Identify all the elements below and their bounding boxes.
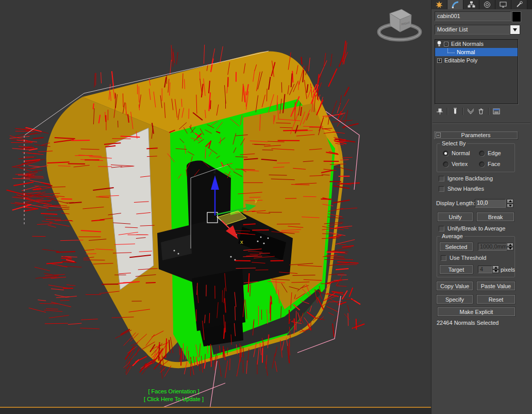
radio-face[interactable]: Face bbox=[479, 161, 500, 167]
viewport-3d[interactable]: z y x RIGHT [ Faces Orientation ] [ Clic… bbox=[0, 0, 431, 407]
create-icon bbox=[436, 1, 443, 8]
axis-label-y: y bbox=[255, 197, 258, 203]
stack-item-label: Normal bbox=[457, 49, 475, 55]
display-length-input[interactable]: 10,0 bbox=[475, 199, 506, 208]
show-handles-checkbox[interactable]: Show Handles bbox=[439, 186, 484, 192]
stack-item-edit-normals[interactable]: − Edit Normals bbox=[435, 40, 518, 48]
collapse-icon[interactable]: − bbox=[444, 42, 448, 46]
checkbox-icon[interactable] bbox=[439, 186, 444, 192]
faces-orientation-label: [ Faces Orientation ] bbox=[120, 388, 228, 395]
checkbox-icon[interactable] bbox=[441, 255, 446, 261]
target-pixels-input[interactable]: 4 bbox=[478, 266, 492, 273]
spinner-down-icon[interactable] bbox=[492, 270, 499, 274]
tree-line bbox=[447, 48, 455, 53]
stack-item-label: Edit Normals bbox=[451, 41, 484, 47]
display-icon bbox=[500, 1, 507, 8]
target-button[interactable]: Target bbox=[440, 265, 473, 274]
radio-icon[interactable] bbox=[443, 151, 448, 156]
test-tube-icon bbox=[451, 107, 459, 115]
target-pixels-spinner[interactable] bbox=[492, 266, 499, 273]
rollout-title: Parameters bbox=[461, 132, 491, 138]
checkbox-icon[interactable] bbox=[439, 226, 444, 231]
display-length-label: Display Length: bbox=[436, 200, 475, 206]
stack-item-label: Editable Poly bbox=[444, 57, 477, 63]
spinner-down-icon[interactable] bbox=[507, 204, 513, 208]
selected-button[interactable]: Selected bbox=[440, 242, 473, 251]
modify-icon bbox=[452, 1, 459, 8]
configure-modifier-sets-button[interactable] bbox=[491, 107, 502, 116]
tab-hierarchy[interactable] bbox=[463, 0, 479, 9]
hierarchy-icon bbox=[468, 1, 475, 8]
modifier-list-dropdown[interactable]: Modifier List bbox=[435, 25, 510, 35]
tab-create[interactable] bbox=[431, 0, 447, 9]
object-color-swatch[interactable] bbox=[512, 11, 521, 22]
rollout-collapse-icon[interactable]: − bbox=[436, 133, 441, 138]
tab-display[interactable] bbox=[495, 0, 511, 9]
spinner-up-icon[interactable] bbox=[507, 199, 513, 204]
checkbox-icon[interactable] bbox=[439, 176, 444, 181]
modifier-stack[interactable]: − Edit Normals Normal + Editable Poly bbox=[435, 39, 518, 104]
radio-icon[interactable] bbox=[479, 161, 485, 167]
radio-vertex[interactable]: Vertex bbox=[443, 161, 468, 167]
make-unique-icon bbox=[466, 107, 475, 115]
stack-item-editable-poly[interactable]: + Editable Poly bbox=[435, 56, 518, 64]
spinner-down-icon[interactable] bbox=[507, 247, 513, 251]
make-unique-button[interactable] bbox=[466, 107, 476, 116]
panel-divider bbox=[433, 123, 530, 124]
select-by-group: Select By bbox=[437, 143, 515, 172]
3dsmax-window: z y x RIGHT [ Faces Orientation ] [ Clic… bbox=[0, 0, 532, 414]
make-explicit-button[interactable]: Make Explicit bbox=[438, 307, 515, 316]
stack-item-normal-selected[interactable]: Normal bbox=[435, 48, 518, 56]
ignore-backfacing-checkbox[interactable]: Ignore Backfacing bbox=[439, 175, 493, 181]
reset-button[interactable]: Reset bbox=[477, 295, 515, 304]
window-bottom-strip bbox=[0, 408, 431, 414]
threshold-input: 1000,0mm bbox=[478, 243, 507, 251]
specify-button[interactable]: Specify bbox=[437, 295, 473, 304]
parameters-rollout-header[interactable]: − Parameters bbox=[434, 131, 518, 139]
pixels-label: pixels bbox=[501, 267, 515, 273]
modifier-list-drop-button[interactable] bbox=[510, 25, 520, 35]
configure-sets-icon bbox=[492, 107, 501, 115]
copy-value-button[interactable]: Copy Value bbox=[437, 281, 473, 290]
tab-motion[interactable] bbox=[479, 0, 495, 9]
normals-selected-status: 22464 Normals Selected bbox=[437, 320, 498, 326]
threshold-spinner[interactable] bbox=[507, 243, 513, 251]
radio-normal[interactable]: Normal bbox=[443, 150, 470, 156]
tab-utilities[interactable] bbox=[511, 0, 527, 9]
average-label: Average bbox=[440, 233, 464, 239]
command-panel-tabs bbox=[431, 0, 532, 9]
radio-icon[interactable] bbox=[443, 161, 448, 167]
select-by-label: Select By bbox=[440, 140, 467, 146]
unify-button[interactable]: Unify bbox=[438, 212, 473, 221]
unify-break-average-checkbox[interactable]: Unify/Break to Average bbox=[439, 225, 505, 231]
motion-icon bbox=[484, 1, 491, 8]
axis-label-z: z bbox=[213, 168, 217, 174]
utilities-icon bbox=[516, 1, 523, 8]
spinner-up-icon[interactable] bbox=[492, 266, 499, 270]
spinner-up-icon[interactable] bbox=[507, 243, 513, 247]
stack-toolbar bbox=[435, 106, 529, 117]
command-panel: cabin001 Modifier List − Edit Normals No… bbox=[431, 0, 532, 414]
paste-value-button[interactable]: Paste Value bbox=[477, 281, 515, 290]
object-name-input[interactable]: cabin001 bbox=[435, 11, 511, 21]
scene-canvas[interactable]: z y x RIGHT bbox=[0, 0, 431, 407]
expand-icon[interactable]: + bbox=[437, 58, 442, 63]
pin-icon bbox=[436, 107, 444, 115]
click-to-update-link[interactable]: [ Click Here To Update ] bbox=[120, 395, 228, 403]
show-end-result-button[interactable] bbox=[450, 107, 460, 116]
cabin-left-wall[interactable] bbox=[46, 97, 179, 360]
pin-stack-button[interactable] bbox=[435, 107, 445, 116]
radio-edge[interactable]: Edge bbox=[479, 150, 501, 156]
trash-icon bbox=[477, 107, 485, 115]
lightbulb-icon[interactable] bbox=[437, 41, 442, 47]
chevron-down-icon bbox=[513, 28, 517, 31]
tab-modify[interactable] bbox=[447, 0, 463, 9]
viewcube[interactable]: RIGHT bbox=[379, 9, 420, 40]
radio-icon[interactable] bbox=[479, 151, 485, 156]
remove-modifier-button[interactable] bbox=[476, 107, 486, 116]
use-threshold-checkbox[interactable]: Use Threshold bbox=[441, 255, 486, 261]
display-length-spinner[interactable] bbox=[507, 199, 513, 208]
axis-label-x: x bbox=[240, 239, 243, 245]
break-button[interactable]: Break bbox=[477, 212, 514, 221]
